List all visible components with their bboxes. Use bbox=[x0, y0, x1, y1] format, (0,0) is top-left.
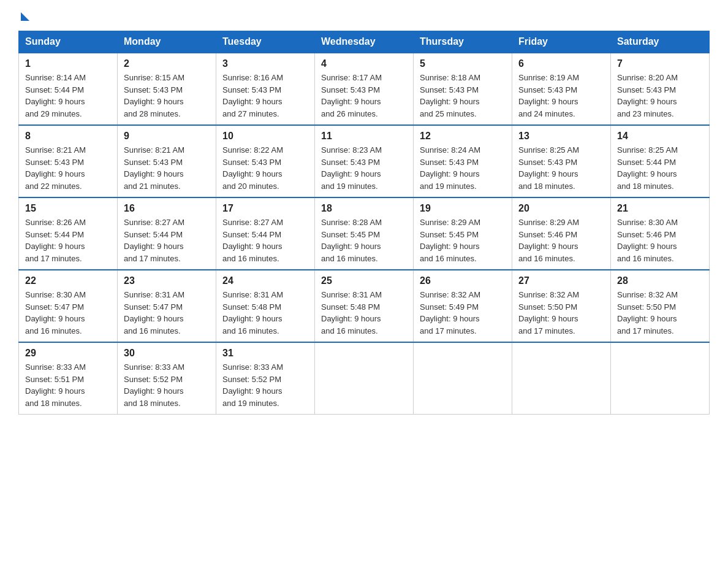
day-number: 29 bbox=[25, 348, 111, 359]
calendar-cell: 23 Sunrise: 8:31 AM Sunset: 5:47 PM Dayl… bbox=[118, 270, 216, 342]
day-number: 11 bbox=[321, 131, 407, 142]
calendar-cell: 1 Sunrise: 8:14 AM Sunset: 5:44 PM Dayli… bbox=[19, 53, 118, 125]
day-number: 15 bbox=[25, 203, 111, 214]
day-header-saturday: Saturday bbox=[611, 31, 710, 53]
day-number: 4 bbox=[321, 58, 407, 69]
calendar-cell: 17 Sunrise: 8:27 AM Sunset: 5:44 PM Dayl… bbox=[216, 197, 315, 270]
day-info: Sunrise: 8:14 AM Sunset: 5:44 PM Dayligh… bbox=[25, 72, 111, 120]
day-number: 26 bbox=[420, 275, 506, 286]
day-header-thursday: Thursday bbox=[414, 31, 512, 53]
calendar-cell: 28 Sunrise: 8:32 AM Sunset: 5:50 PM Dayl… bbox=[611, 270, 710, 342]
day-number: 21 bbox=[617, 203, 703, 214]
calendar-cell bbox=[512, 342, 611, 415]
logo-arrow-icon bbox=[21, 12, 29, 21]
day-number: 20 bbox=[518, 203, 604, 214]
calendar-week-row: 1 Sunrise: 8:14 AM Sunset: 5:44 PM Dayli… bbox=[19, 53, 710, 125]
calendar-cell: 5 Sunrise: 8:18 AM Sunset: 5:43 PM Dayli… bbox=[414, 53, 512, 125]
calendar-cell bbox=[611, 342, 710, 415]
day-number: 6 bbox=[518, 58, 604, 69]
calendar-cell: 2 Sunrise: 8:15 AM Sunset: 5:43 PM Dayli… bbox=[118, 53, 216, 125]
day-info: Sunrise: 8:30 AM Sunset: 5:47 PM Dayligh… bbox=[25, 289, 111, 337]
calendar-cell: 3 Sunrise: 8:16 AM Sunset: 5:43 PM Dayli… bbox=[216, 53, 315, 125]
calendar-cell: 31 Sunrise: 8:33 AM Sunset: 5:52 PM Dayl… bbox=[216, 342, 315, 415]
calendar-cell: 8 Sunrise: 8:21 AM Sunset: 5:43 PM Dayli… bbox=[19, 125, 118, 197]
calendar-cell: 14 Sunrise: 8:25 AM Sunset: 5:44 PM Dayl… bbox=[611, 125, 710, 197]
day-number: 16 bbox=[124, 203, 210, 214]
day-info: Sunrise: 8:32 AM Sunset: 5:49 PM Dayligh… bbox=[420, 289, 506, 337]
day-info: Sunrise: 8:21 AM Sunset: 5:43 PM Dayligh… bbox=[25, 144, 111, 192]
calendar-cell: 24 Sunrise: 8:31 AM Sunset: 5:48 PM Dayl… bbox=[216, 270, 315, 342]
calendar-body: 1 Sunrise: 8:14 AM Sunset: 5:44 PM Dayli… bbox=[19, 53, 710, 415]
day-info: Sunrise: 8:19 AM Sunset: 5:43 PM Dayligh… bbox=[518, 72, 604, 120]
day-number: 2 bbox=[124, 58, 210, 69]
day-number: 22 bbox=[25, 275, 111, 286]
calendar-cell: 22 Sunrise: 8:30 AM Sunset: 5:47 PM Dayl… bbox=[19, 270, 118, 342]
calendar-cell: 12 Sunrise: 8:24 AM Sunset: 5:43 PM Dayl… bbox=[414, 125, 512, 197]
day-number: 17 bbox=[222, 203, 308, 214]
day-info: Sunrise: 8:18 AM Sunset: 5:43 PM Dayligh… bbox=[420, 72, 506, 120]
day-info: Sunrise: 8:31 AM Sunset: 5:48 PM Dayligh… bbox=[321, 289, 407, 337]
day-number: 31 bbox=[222, 348, 308, 359]
day-number: 3 bbox=[222, 58, 308, 69]
calendar-cell: 13 Sunrise: 8:25 AM Sunset: 5:43 PM Dayl… bbox=[512, 125, 611, 197]
day-header-friday: Friday bbox=[512, 31, 611, 53]
calendar-cell: 10 Sunrise: 8:22 AM Sunset: 5:43 PM Dayl… bbox=[216, 125, 315, 197]
day-number: 19 bbox=[420, 203, 506, 214]
day-number: 10 bbox=[222, 131, 308, 142]
calendar-cell bbox=[414, 342, 512, 415]
day-info: Sunrise: 8:29 AM Sunset: 5:46 PM Dayligh… bbox=[518, 216, 604, 264]
day-info: Sunrise: 8:24 AM Sunset: 5:43 PM Dayligh… bbox=[420, 144, 506, 192]
day-number: 14 bbox=[617, 131, 703, 142]
day-info: Sunrise: 8:32 AM Sunset: 5:50 PM Dayligh… bbox=[617, 289, 703, 337]
day-number: 8 bbox=[25, 131, 111, 142]
calendar-table: SundayMondayTuesdayWednesdayThursdayFrid… bbox=[18, 31, 710, 415]
day-info: Sunrise: 8:28 AM Sunset: 5:45 PM Dayligh… bbox=[321, 216, 407, 264]
logo bbox=[18, 12, 29, 25]
day-info: Sunrise: 8:33 AM Sunset: 5:52 PM Dayligh… bbox=[222, 361, 308, 409]
day-number: 24 bbox=[222, 275, 308, 286]
day-number: 13 bbox=[518, 131, 604, 142]
day-header-tuesday: Tuesday bbox=[216, 31, 315, 53]
day-info: Sunrise: 8:20 AM Sunset: 5:43 PM Dayligh… bbox=[617, 72, 703, 120]
calendar-week-row: 15 Sunrise: 8:26 AM Sunset: 5:44 PM Dayl… bbox=[19, 197, 710, 270]
calendar-cell: 4 Sunrise: 8:17 AM Sunset: 5:43 PM Dayli… bbox=[315, 53, 414, 125]
calendar-cell: 18 Sunrise: 8:28 AM Sunset: 5:45 PM Dayl… bbox=[315, 197, 414, 270]
day-number: 25 bbox=[321, 275, 407, 286]
calendar-cell: 19 Sunrise: 8:29 AM Sunset: 5:45 PM Dayl… bbox=[414, 197, 512, 270]
calendar-week-row: 29 Sunrise: 8:33 AM Sunset: 5:51 PM Dayl… bbox=[19, 342, 710, 415]
calendar-cell: 15 Sunrise: 8:26 AM Sunset: 5:44 PM Dayl… bbox=[19, 197, 118, 270]
calendar-cell: 20 Sunrise: 8:29 AM Sunset: 5:46 PM Dayl… bbox=[512, 197, 611, 270]
day-info: Sunrise: 8:26 AM Sunset: 5:44 PM Dayligh… bbox=[25, 216, 111, 264]
calendar-cell: 27 Sunrise: 8:32 AM Sunset: 5:50 PM Dayl… bbox=[512, 270, 611, 342]
day-number: 23 bbox=[124, 275, 210, 286]
day-info: Sunrise: 8:27 AM Sunset: 5:44 PM Dayligh… bbox=[124, 216, 210, 264]
day-number: 1 bbox=[25, 58, 111, 69]
day-info: Sunrise: 8:31 AM Sunset: 5:47 PM Dayligh… bbox=[124, 289, 210, 337]
day-number: 28 bbox=[617, 275, 703, 286]
day-number: 12 bbox=[420, 131, 506, 142]
day-number: 18 bbox=[321, 203, 407, 214]
calendar-cell: 29 Sunrise: 8:33 AM Sunset: 5:51 PM Dayl… bbox=[19, 342, 118, 415]
day-info: Sunrise: 8:33 AM Sunset: 5:51 PM Dayligh… bbox=[25, 361, 111, 409]
day-info: Sunrise: 8:33 AM Sunset: 5:52 PM Dayligh… bbox=[124, 361, 210, 409]
calendar-week-row: 22 Sunrise: 8:30 AM Sunset: 5:47 PM Dayl… bbox=[19, 270, 710, 342]
day-header-sunday: Sunday bbox=[19, 31, 118, 53]
day-info: Sunrise: 8:16 AM Sunset: 5:43 PM Dayligh… bbox=[222, 72, 308, 120]
calendar-cell: 25 Sunrise: 8:31 AM Sunset: 5:48 PM Dayl… bbox=[315, 270, 414, 342]
day-header-monday: Monday bbox=[118, 31, 216, 53]
calendar-cell bbox=[315, 342, 414, 415]
day-info: Sunrise: 8:21 AM Sunset: 5:43 PM Dayligh… bbox=[124, 144, 210, 192]
calendar-cell: 21 Sunrise: 8:30 AM Sunset: 5:46 PM Dayl… bbox=[611, 197, 710, 270]
day-number: 30 bbox=[124, 348, 210, 359]
day-info: Sunrise: 8:25 AM Sunset: 5:44 PM Dayligh… bbox=[617, 144, 703, 192]
day-info: Sunrise: 8:22 AM Sunset: 5:43 PM Dayligh… bbox=[222, 144, 308, 192]
day-info: Sunrise: 8:23 AM Sunset: 5:43 PM Dayligh… bbox=[321, 144, 407, 192]
day-number: 5 bbox=[420, 58, 506, 69]
day-header-wednesday: Wednesday bbox=[315, 31, 414, 53]
calendar-header: SundayMondayTuesdayWednesdayThursdayFrid… bbox=[19, 31, 710, 53]
calendar-cell: 7 Sunrise: 8:20 AM Sunset: 5:43 PM Dayli… bbox=[611, 53, 710, 125]
day-info: Sunrise: 8:32 AM Sunset: 5:50 PM Dayligh… bbox=[518, 289, 604, 337]
day-number: 7 bbox=[617, 58, 703, 69]
day-number: 27 bbox=[518, 275, 604, 286]
day-info: Sunrise: 8:27 AM Sunset: 5:44 PM Dayligh… bbox=[222, 216, 308, 264]
